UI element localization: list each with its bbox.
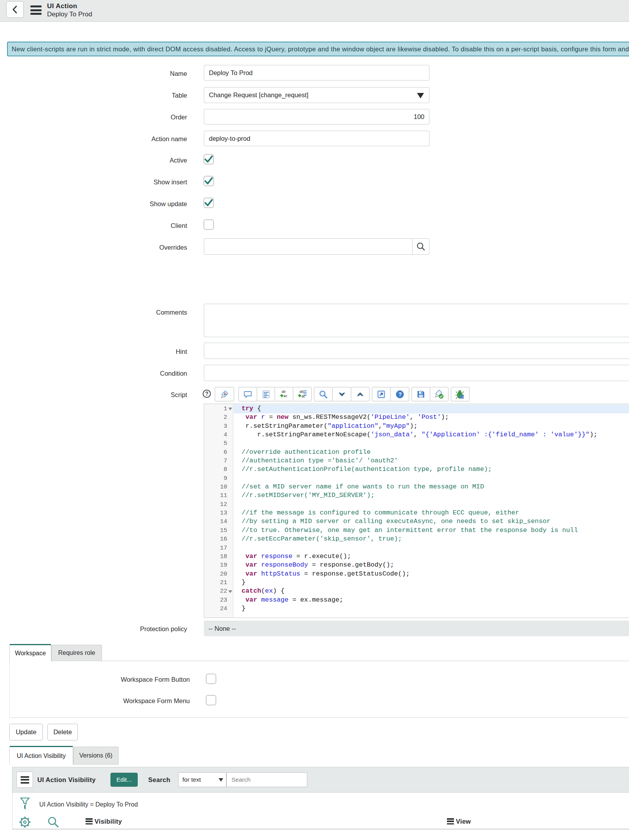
- svg-text:?: ?: [398, 391, 402, 397]
- svg-text:ab: ab: [300, 390, 303, 394]
- svg-text:ac: ac: [284, 394, 287, 398]
- svg-text:ac: ac: [301, 394, 305, 398]
- svg-text:ab: ab: [282, 390, 286, 394]
